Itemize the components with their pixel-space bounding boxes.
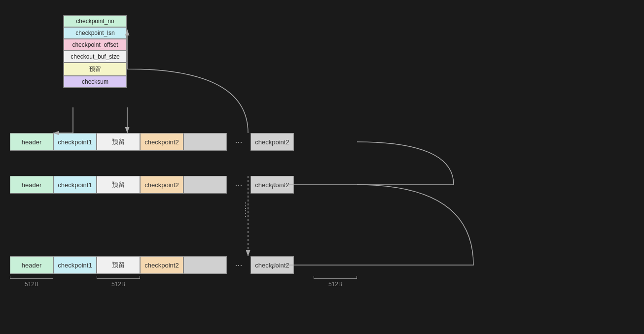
row3-checkpoint2-right: checkpoint2 xyxy=(250,256,294,274)
vdots: ⋮⋮ xyxy=(242,202,250,218)
size-label-checkpoint2: 512B xyxy=(314,281,357,288)
struct-row-checkpoint-lsn: checkpoint_lsn xyxy=(64,27,127,39)
brace-yuliu xyxy=(97,276,140,279)
row1-header: header xyxy=(10,133,53,151)
row3-checkpoint1: checkpoint1 xyxy=(53,256,97,274)
row2-header: header xyxy=(10,176,53,194)
struct-row-checksum: checksum xyxy=(64,76,127,88)
row1-checkpoint1: checkpoint1 xyxy=(53,133,97,151)
brace-checkpoint2 xyxy=(314,276,357,279)
row2-checkpoint2-right: checkpoint2 xyxy=(250,176,294,194)
row1-yuliu: 预留 xyxy=(97,133,140,151)
struct-row-checkout-buf-size: checkout_buf_size xyxy=(64,51,127,63)
struct-row-yuliu: 预留 xyxy=(64,63,127,76)
struct-row-checkpoint-no: checkpoint_no xyxy=(64,15,127,27)
struct-box: checkpoint_no checkpoint_lsn checkpoint_… xyxy=(63,15,127,88)
row3-header: header xyxy=(10,256,53,274)
row2-dots: ··· xyxy=(227,176,250,194)
row3-checkpoint2: checkpoint2 xyxy=(140,256,183,274)
size-label-yuliu: 512B xyxy=(97,281,140,288)
row2-yuliu: 预留 xyxy=(97,176,140,194)
struct-row-checkpoint-offset: checkpoint_offset xyxy=(64,39,127,51)
row3-gray xyxy=(183,256,227,274)
row3-yuliu: 预留 xyxy=(97,256,140,274)
brace-header xyxy=(10,276,53,279)
row2-gray xyxy=(183,176,227,194)
size-label-header: 512B xyxy=(10,281,53,288)
row3-dots: ··· xyxy=(227,256,250,274)
row-bar-2: header checkpoint1 预留 checkpoint2 ··· ch… xyxy=(10,176,294,194)
diagram-container: checkpoint_no checkpoint_lsn checkpoint_… xyxy=(0,0,644,334)
row2-checkpoint1: checkpoint1 xyxy=(53,176,97,194)
row1-checkpoint2: checkpoint2 xyxy=(140,133,183,151)
row1-gray xyxy=(183,133,227,151)
row2-checkpoint2: checkpoint2 xyxy=(140,176,183,194)
row1-checkpoint2-right: checkpoint2 xyxy=(250,133,294,151)
row-bar-3: header checkpoint1 预留 checkpoint2 ··· ch… xyxy=(10,256,294,274)
row-bar-1: header checkpoint1 预留 checkpoint2 ··· ch… xyxy=(10,133,294,151)
row1-dots: ··· xyxy=(227,133,250,151)
